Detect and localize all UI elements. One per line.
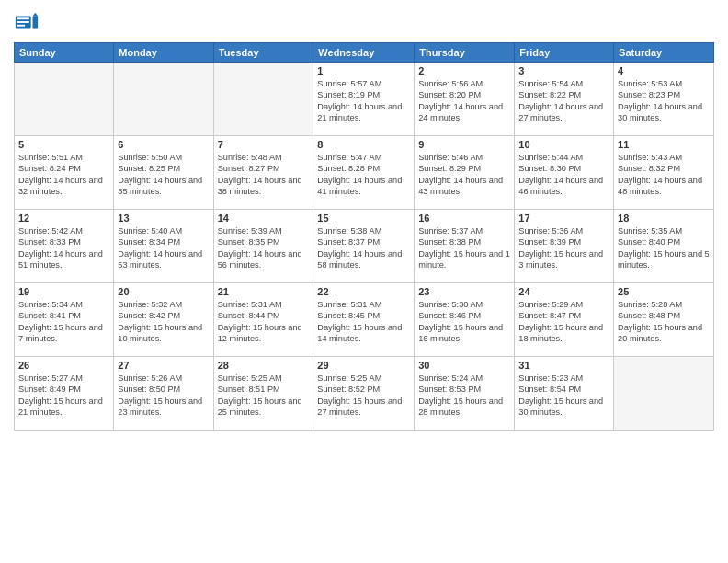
empty-cell	[213, 63, 313, 136]
weekday-header-thursday: Thursday	[415, 43, 515, 63]
day-info: Sunrise: 5:39 AMSunset: 8:35 PMDaylight:…	[218, 225, 310, 271]
day-cell-19: 19Sunrise: 5:34 AMSunset: 8:41 PMDayligh…	[15, 283, 114, 357]
day-number: 31	[518, 360, 609, 371]
empty-cell	[15, 63, 114, 136]
day-number: 22	[317, 286, 410, 297]
day-cell-23: 23Sunrise: 5:30 AMSunset: 8:46 PMDayligh…	[415, 283, 515, 357]
day-info: Sunrise: 5:35 AMSunset: 8:40 PMDaylight:…	[618, 225, 710, 271]
day-number: 10	[518, 139, 609, 150]
day-number: 25	[618, 286, 710, 297]
day-info: Sunrise: 5:34 AMSunset: 8:41 PMDaylight:…	[18, 299, 109, 345]
empty-cell	[114, 63, 213, 136]
day-info: Sunrise: 5:37 AMSunset: 8:38 PMDaylight:…	[418, 225, 510, 271]
day-number: 29	[317, 360, 410, 371]
logo	[14, 9, 43, 35]
day-cell-15: 15Sunrise: 5:38 AMSunset: 8:37 PMDayligh…	[313, 210, 415, 283]
svg-rect-6	[17, 25, 25, 27]
day-cell-6: 6Sunrise: 5:50 AMSunset: 8:25 PMDaylight…	[114, 136, 213, 210]
day-number: 23	[418, 286, 510, 297]
day-info: Sunrise: 5:36 AMSunset: 8:39 PMDaylight:…	[518, 225, 609, 271]
week-row-2: 12Sunrise: 5:42 AMSunset: 8:33 PMDayligh…	[15, 210, 714, 283]
day-info: Sunrise: 5:50 AMSunset: 8:25 PMDaylight:…	[118, 152, 209, 198]
day-info: Sunrise: 5:29 AMSunset: 8:47 PMDaylight:…	[518, 299, 609, 345]
day-info: Sunrise: 5:46 AMSunset: 8:29 PMDaylight:…	[418, 152, 510, 198]
day-cell-1: 1Sunrise: 5:57 AMSunset: 8:19 PMDaylight…	[313, 63, 415, 136]
calendar: SundayMondayTuesdayWednesdayThursdayFrid…	[14, 42, 714, 431]
weekday-header-wednesday: Wednesday	[313, 43, 415, 63]
day-cell-12: 12Sunrise: 5:42 AMSunset: 8:33 PMDayligh…	[15, 210, 114, 283]
day-info: Sunrise: 5:31 AMSunset: 8:44 PMDaylight:…	[218, 299, 310, 345]
calendar-body: 1Sunrise: 5:57 AMSunset: 8:19 PMDaylight…	[15, 63, 714, 431]
logo-icon	[14, 9, 40, 35]
day-cell-21: 21Sunrise: 5:31 AMSunset: 8:44 PMDayligh…	[213, 283, 313, 357]
day-number: 27	[118, 360, 209, 371]
day-number: 4	[618, 65, 710, 76]
day-number: 6	[118, 139, 209, 150]
page: SundayMondayTuesdayWednesdayThursdayFrid…	[0, 0, 728, 563]
calendar-header: SundayMondayTuesdayWednesdayThursdayFrid…	[15, 43, 714, 63]
day-cell-8: 8Sunrise: 5:47 AMSunset: 8:28 PMDaylight…	[313, 136, 415, 210]
day-cell-3: 3Sunrise: 5:54 AMSunset: 8:22 PMDaylight…	[515, 63, 614, 136]
day-number: 11	[618, 139, 710, 150]
svg-marker-1	[33, 16, 39, 28]
day-cell-16: 16Sunrise: 5:37 AMSunset: 8:38 PMDayligh…	[415, 210, 515, 283]
day-cell-29: 29Sunrise: 5:25 AMSunset: 8:52 PMDayligh…	[313, 357, 415, 431]
day-info: Sunrise: 5:54 AMSunset: 8:22 PMDaylight:…	[518, 78, 609, 124]
day-number: 5	[18, 139, 109, 150]
header	[14, 9, 714, 35]
empty-cell	[614, 357, 714, 431]
weekday-header-monday: Monday	[114, 43, 213, 63]
day-cell-9: 9Sunrise: 5:46 AMSunset: 8:29 PMDaylight…	[415, 136, 515, 210]
day-number: 14	[218, 213, 310, 224]
day-info: Sunrise: 5:24 AMSunset: 8:53 PMDaylight:…	[418, 373, 510, 419]
day-number: 15	[317, 213, 410, 224]
day-number: 20	[118, 286, 209, 297]
day-cell-2: 2Sunrise: 5:56 AMSunset: 8:20 PMDaylight…	[415, 63, 515, 136]
day-cell-5: 5Sunrise: 5:51 AMSunset: 8:24 PMDaylight…	[15, 136, 114, 210]
svg-rect-4	[17, 17, 29, 19]
day-cell-24: 24Sunrise: 5:29 AMSunset: 8:47 PMDayligh…	[515, 283, 614, 357]
day-cell-10: 10Sunrise: 5:44 AMSunset: 8:30 PMDayligh…	[515, 136, 614, 210]
day-cell-20: 20Sunrise: 5:32 AMSunset: 8:42 PMDayligh…	[114, 283, 213, 357]
week-row-4: 26Sunrise: 5:27 AMSunset: 8:49 PMDayligh…	[15, 357, 714, 431]
day-number: 21	[218, 286, 310, 297]
day-cell-4: 4Sunrise: 5:53 AMSunset: 8:23 PMDaylight…	[614, 63, 714, 136]
day-info: Sunrise: 5:38 AMSunset: 8:37 PMDaylight:…	[317, 225, 410, 271]
day-info: Sunrise: 5:26 AMSunset: 8:50 PMDaylight:…	[118, 373, 209, 419]
day-info: Sunrise: 5:32 AMSunset: 8:42 PMDaylight:…	[118, 299, 209, 345]
day-cell-22: 22Sunrise: 5:31 AMSunset: 8:45 PMDayligh…	[313, 283, 415, 357]
weekday-header-sunday: Sunday	[15, 43, 114, 63]
day-cell-26: 26Sunrise: 5:27 AMSunset: 8:49 PMDayligh…	[15, 357, 114, 431]
day-info: Sunrise: 5:30 AMSunset: 8:46 PMDaylight:…	[418, 299, 510, 345]
day-number: 16	[418, 213, 510, 224]
day-number: 1	[317, 65, 410, 76]
weekday-header-friday: Friday	[515, 43, 614, 63]
day-cell-17: 17Sunrise: 5:36 AMSunset: 8:39 PMDayligh…	[515, 210, 614, 283]
day-info: Sunrise: 5:51 AMSunset: 8:24 PMDaylight:…	[18, 152, 109, 198]
day-number: 3	[518, 65, 609, 76]
day-info: Sunrise: 5:31 AMSunset: 8:45 PMDaylight:…	[317, 299, 410, 345]
day-cell-13: 13Sunrise: 5:40 AMSunset: 8:34 PMDayligh…	[114, 210, 213, 283]
svg-rect-5	[17, 21, 29, 23]
day-info: Sunrise: 5:25 AMSunset: 8:52 PMDaylight:…	[317, 373, 410, 419]
day-cell-14: 14Sunrise: 5:39 AMSunset: 8:35 PMDayligh…	[213, 210, 313, 283]
day-number: 30	[418, 360, 510, 371]
weekday-row: SundayMondayTuesdayWednesdayThursdayFrid…	[15, 43, 714, 63]
day-info: Sunrise: 5:27 AMSunset: 8:49 PMDaylight:…	[18, 373, 109, 419]
day-cell-28: 28Sunrise: 5:25 AMSunset: 8:51 PMDayligh…	[213, 357, 313, 431]
day-number: 8	[317, 139, 410, 150]
day-info: Sunrise: 5:40 AMSunset: 8:34 PMDaylight:…	[118, 225, 209, 271]
day-number: 9	[418, 139, 510, 150]
day-number: 26	[18, 360, 109, 371]
day-info: Sunrise: 5:57 AMSunset: 8:19 PMDaylight:…	[317, 78, 410, 124]
day-number: 12	[18, 213, 109, 224]
weekday-header-saturday: Saturday	[614, 43, 714, 63]
day-info: Sunrise: 5:42 AMSunset: 8:33 PMDaylight:…	[18, 225, 109, 271]
day-number: 19	[18, 286, 109, 297]
day-number: 13	[118, 213, 209, 224]
day-cell-25: 25Sunrise: 5:28 AMSunset: 8:48 PMDayligh…	[614, 283, 714, 357]
weekday-header-tuesday: Tuesday	[213, 43, 313, 63]
day-info: Sunrise: 5:47 AMSunset: 8:28 PMDaylight:…	[317, 152, 410, 198]
day-cell-30: 30Sunrise: 5:24 AMSunset: 8:53 PMDayligh…	[415, 357, 515, 431]
day-cell-7: 7Sunrise: 5:48 AMSunset: 8:27 PMDaylight…	[213, 136, 313, 210]
